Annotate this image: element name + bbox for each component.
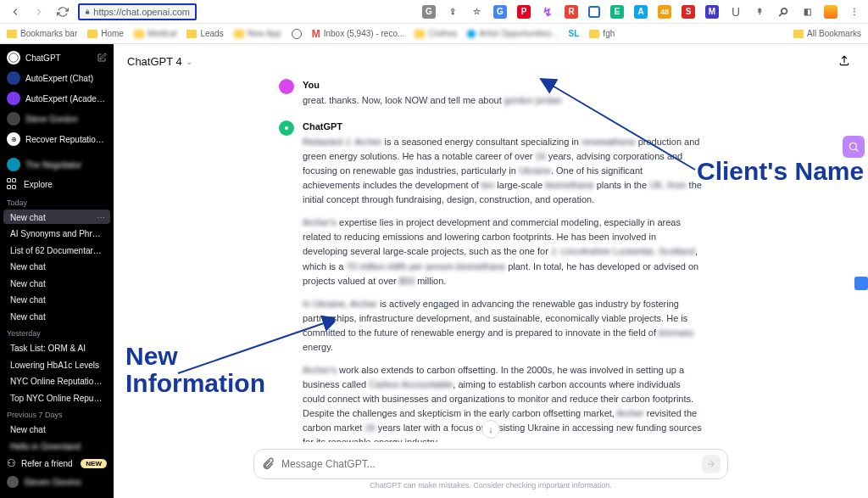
bookmark-link[interactable]: SL [569,29,580,38]
ext-icon[interactable]: G [422,5,436,19]
composer-area: ChatGPT can make mistakes. Consider chec… [114,442,868,498]
model-label: ChatGPT 4 [127,55,182,68]
sidebar-item-autoexpert-academic[interactable]: AutoExpert (Academic) [0,88,114,109]
chat-history-item[interactable]: New chat [3,276,110,290]
back-button[interactable] [7,3,24,20]
chat-history-item[interactable]: NYC Online Reputation Managem [3,373,110,388]
bookmarks-label[interactable]: Bookmarks bar [7,29,77,38]
gpt-icon [7,51,20,64]
lock-icon [85,8,90,16]
composer[interactable] [253,449,728,479]
people-icon: ⚇ [7,457,16,469]
svg-point-2 [849,143,856,149]
sidebar-item[interactable]: The Negotiator [0,154,114,175]
disclaimer: ChatGPT can make mistakes. Consider chec… [114,479,868,493]
sidebar-item[interactable]: Steve Gordon [0,109,114,129]
bookmark-folder[interactable]: Medical [134,29,176,38]
sidebar-item-chatgpt[interactable]: ChatGPT [0,48,114,68]
attach-icon[interactable] [261,457,275,471]
user-message: great. thanks. Now, look NOW and tell me… [303,93,703,108]
chevron-down-icon: ⌄ [186,57,192,66]
ext-icon[interactable]: R [565,5,578,19]
user-menu[interactable]: Steven Giovino [0,473,114,491]
dots-icon[interactable]: ⋯ [97,213,105,222]
sidebar-item-recover[interactable]: ⊕ Recover Reputation, O... [0,129,114,149]
section-yesterday: Yesterday [0,324,114,339]
share-button[interactable] [834,51,854,71]
ext-icon[interactable]: A [634,5,648,19]
ext-icon[interactable] [588,6,600,18]
agent-icon [7,92,20,105]
chat-history-item[interactable]: Lowering HbA1c Levels [3,357,110,372]
reload-button[interactable] [54,3,71,20]
refer-friend[interactable]: ⚇ Refer a friend NEW [0,454,114,473]
message-input[interactable] [281,458,695,470]
explore-icon [7,178,19,190]
chat-history-item[interactable]: New chat [3,309,110,323]
user-turn: You great. thanks. Now, look NOW and tel… [279,78,703,108]
pinterest-icon[interactable]: P [517,5,531,19]
bookmark-folder[interactable]: fgh [589,29,615,38]
chat-history-item[interactable]: AI Synonyms and Phrases [3,226,110,240]
bookmark-folder[interactable]: New App [234,29,281,38]
all-bookmarks[interactable]: All Bookmarks [793,29,861,38]
agent-icon [7,158,20,171]
ext-icon[interactable]: ↯ [541,5,554,19]
ext-icon[interactable]: S [682,5,695,19]
svg-point-0 [8,53,19,63]
section-today: Today [0,193,114,209]
chat-history-item[interactable]: List of 62 Documentaries [3,243,110,257]
svg-point-1 [285,126,288,130]
bookmarks-bar: Bookmarks bar Home Medical Leads New App… [0,24,868,44]
extension-float-icon[interactable] [854,277,868,290]
ext-icon[interactable]: 48 [658,5,671,19]
forward-button[interactable] [31,3,47,20]
assistant-turn: ChatGPT Redacted J. Archer is a seasoned… [279,120,703,442]
chat-history-item[interactable]: New chat [3,259,110,273]
scroll-down-button[interactable]: ↓ [481,420,500,439]
new-chat-icon[interactable] [97,53,107,63]
star-icon[interactable]: ☆ [470,5,483,19]
gpt-avatar-icon [279,120,294,136]
chat-history-item[interactable]: New chat [3,422,110,436]
bookmark-link[interactable]: MInbox (5,943) - reco... [312,28,405,40]
extension-icons: G ⇪ ☆ G P ↯ R E A 48 S M U ↟ ⚲ ◧ ⋮ [422,5,861,19]
user-name: You [303,78,703,92]
bookmark-folder[interactable]: Home [87,29,124,38]
url-bar[interactable]: https://chat.openai.com [78,3,197,20]
chat-history-item[interactable]: Hello in Greenland [3,439,110,453]
chat-history-item[interactable]: Task List: ORM & AI [3,340,110,355]
bookmark-link[interactable]: Artist Opportunities... [467,29,558,38]
bookmark-folder[interactable]: Leads [186,29,223,38]
sidebar: ChatGPT AutoExpert (Chat) AutoExpert (Ac… [0,44,114,498]
new-badge: NEW [81,459,107,468]
chat-history-item[interactable]: New chat [3,292,110,306]
extensions-icon[interactable]: ⚲ [774,2,793,21]
chat-body: You great. thanks. Now, look NOW and tel… [114,78,868,442]
ext-icon[interactable]: G [493,5,507,19]
model-selector[interactable]: ChatGPT 4 ⌄ [114,44,868,78]
chat-history-item[interactable]: New chat⋯ [3,210,110,224]
ext-icon[interactable]: ↟ [753,5,766,19]
ext-icon[interactable]: M [705,5,719,19]
sidebar-item-autoexpert-chat[interactable]: AutoExpert (Chat) [0,68,114,88]
main-content: ChatGPT 4 ⌄ You great. thanks. Now, look… [114,44,868,498]
url-text: https://chat.openai.com [93,7,190,17]
sidebar-explore[interactable]: Explore [0,175,114,193]
browser-chrome: https://chat.openai.com G ⇪ ☆ G P ↯ R E … [0,0,868,24]
share-ext-icon[interactable]: ⇪ [446,5,459,19]
ext-icon[interactable]: E [610,5,624,19]
ext-icon[interactable]: U [729,5,743,19]
bookmark-link[interactable] [292,29,302,39]
bookmark-folder[interactable]: Clothes [415,29,457,38]
chat-history-item[interactable]: Top NYC Online Reputation Firms [3,390,110,405]
send-button[interactable] [702,455,721,473]
user-avatar-icon [7,476,19,488]
agent-icon: ⊕ [7,132,20,146]
profile-avatar[interactable] [824,5,837,19]
sidepanel-icon[interactable]: ◧ [800,5,814,19]
user-avatar-icon [279,79,294,94]
kebab-icon[interactable]: ⋮ [848,5,861,19]
extension-float-icon[interactable] [843,136,865,158]
section-prev7: Previous 7 Days [0,406,114,421]
